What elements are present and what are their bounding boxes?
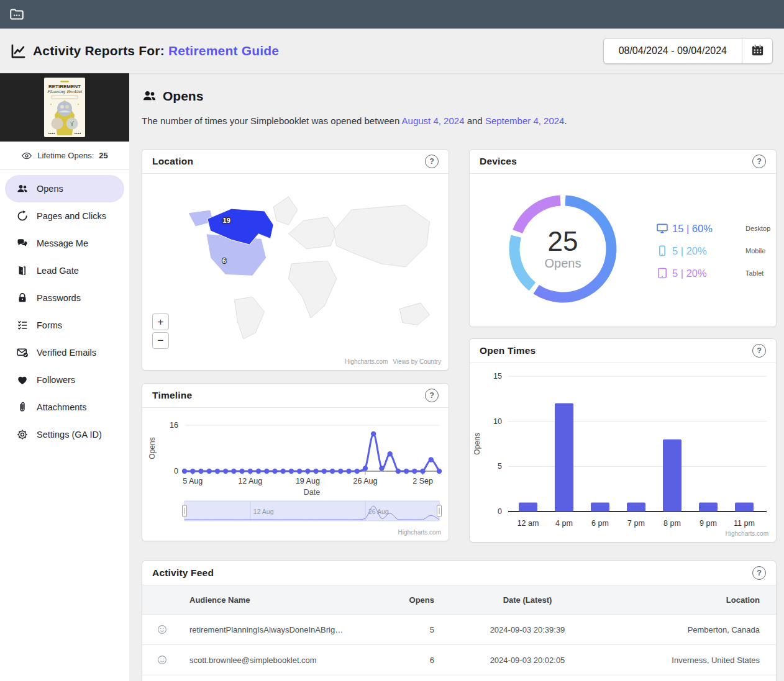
svg-text:16: 16 — [170, 421, 178, 430]
desktop-icon — [656, 222, 668, 235]
open-times-card: Open Times ? 051015Opens12 am4 pm6 pm7 p… — [469, 338, 777, 543]
svg-text:4 pm: 4 pm — [555, 519, 573, 528]
audience-name: scott.brownlee@simplebooklet.com — [182, 656, 347, 665]
table-row[interactable]: retirementPlanningIsAlwaysDoneInABrightW… — [142, 615, 776, 645]
help-icon[interactable]: ? — [752, 344, 766, 358]
lifetime-opens: Lifetime Opens: 25 — [0, 142, 129, 170]
door-icon — [16, 264, 29, 277]
col-opens: Opens — [347, 595, 440, 605]
sidebar-item-label: Lead Gate — [37, 266, 79, 276]
legend-label: Desktop — [745, 225, 770, 232]
donut-segment-tablet[interactable] — [504, 190, 622, 308]
lifetime-opens-value: 25 — [99, 151, 107, 160]
envelope-check-icon — [16, 346, 29, 359]
legend-row-tablet: 5 | 20% Tablet — [656, 262, 770, 284]
devices-donut-chart[interactable] — [504, 190, 622, 308]
card-title: Devices — [480, 156, 517, 167]
row-date: 2024-09-03 20:39:39 — [440, 625, 614, 634]
help-icon[interactable]: ? — [752, 566, 766, 580]
sidebar-item-followers[interactable]: Followers — [5, 366, 124, 394]
booklet-cover-image: RETIREMENT Planning Booklet — [44, 78, 85, 137]
world-map-chart[interactable]: 19 6 — [142, 174, 449, 354]
booklet-thumbnail[interactable]: RETIREMENT Planning Booklet — [0, 73, 129, 142]
sidebar-item-attachments[interactable]: Attachments — [5, 394, 124, 421]
mobile-icon — [656, 245, 668, 257]
help-icon[interactable]: ? — [752, 155, 766, 168]
date-range-picker[interactable]: 08/04/2024 - 09/04/2024 — [603, 38, 773, 64]
bar-8pm[interactable] — [663, 440, 681, 512]
svg-text:Date: Date — [304, 488, 320, 497]
booklets-folder-icon[interactable] — [9, 6, 25, 22]
sidebar-item-label: Message Me — [37, 238, 88, 248]
help-icon[interactable]: ? — [425, 155, 439, 168]
col-audience-name: Audience Name — [182, 595, 347, 605]
table-row[interactable]: scott.brownlee@simplebooklet.com 6 2024-… — [142, 645, 776, 675]
bar-9pm[interactable] — [699, 502, 718, 512]
sidebar-item-passwords[interactable]: Passwords — [5, 284, 124, 312]
chart-credit: Highcharts.com — [721, 530, 768, 537]
svg-text:0: 0 — [498, 507, 502, 516]
legend-row-desktop: 15 | 60% Desktop — [656, 217, 770, 240]
bar-12am[interactable] — [519, 502, 537, 512]
svg-text:10: 10 — [493, 417, 502, 426]
open-times-bar-chart[interactable]: 051015Opens12 am4 pm6 pm7 pm8 pm9 pm11 p… — [470, 363, 776, 532]
checklist-icon — [16, 319, 29, 331]
sidebar-item-forms[interactable]: Forms — [5, 312, 124, 339]
bar-11pm[interactable] — [735, 502, 754, 512]
svg-text:19 Aug: 19 Aug — [296, 477, 320, 485]
sidebar-item-verified-emails[interactable]: Verified Emails — [5, 339, 124, 366]
booklet-name: Retirement Guide — [168, 43, 279, 58]
date-range-value[interactable]: 08/04/2024 - 09/04/2024 — [604, 45, 742, 56]
calendar-button[interactable] — [742, 38, 772, 63]
people-icon — [16, 183, 29, 195]
sidebar-item-pages-and-clicks[interactable]: Pages and Clicks — [5, 202, 124, 230]
svg-text:11 pm: 11 pm — [734, 519, 755, 528]
map-zoom-out-button[interactable]: − — [152, 332, 169, 349]
bar-4pm[interactable] — [555, 404, 573, 512]
sidebar-item-lead-gate[interactable]: Lead Gate — [5, 257, 124, 284]
sidebar-item-label: Opens — [37, 184, 63, 194]
lock-icon — [16, 292, 29, 304]
card-title: Timeline — [152, 390, 192, 401]
legend-label: Tablet — [745, 269, 770, 277]
bar-6pm[interactable] — [591, 502, 609, 512]
sidebar-item-message-me[interactable]: Message Me — [5, 230, 124, 257]
devices-legend: 15 | 60% Desktop 5 | 20% Mobile — [656, 217, 770, 284]
legend-value: 5 | 20% — [672, 268, 745, 279]
legend-row-mobile: 5 | 20% Mobile — [656, 240, 770, 262]
svg-text:8 pm: 8 pm — [663, 519, 681, 528]
svg-text:26 Aug: 26 Aug — [353, 477, 377, 485]
sidebar: RETIREMENT Planning Booklet Lifetim — [0, 73, 129, 681]
sidebar-item-opens[interactable]: Opens — [5, 175, 124, 202]
help-icon[interactable]: ? — [425, 389, 439, 402]
location-card: Location ? 19 6 — [142, 149, 449, 371]
smiley-avatar-icon — [157, 624, 168, 635]
end-date: September 4, 2024 — [485, 115, 565, 126]
eye-icon — [21, 150, 32, 161]
donut-segment-mobile[interactable] — [504, 190, 622, 308]
sidebar-item-settings[interactable]: Settings (GA ID) — [5, 421, 124, 448]
svg-text:2 Sep: 2 Sep — [413, 477, 433, 485]
sidebar-item-label: Followers — [37, 375, 75, 385]
map-credit: Highcharts.comViews by Country — [340, 358, 441, 365]
legend-value: 15 | 60% — [672, 223, 745, 235]
us-views-label: 6 — [222, 257, 226, 264]
table-header: Audience Name Opens Date (Latest) Locati… — [142, 585, 776, 615]
sidebar-item-label: Pages and Clicks — [37, 211, 106, 221]
start-date: August 4, 2024 — [402, 115, 465, 126]
svg-text:Planning Booklet: Planning Booklet — [47, 89, 83, 94]
timeline-card: Timeline ? 160Opens5 Aug12 Aug19 Aug26 A… — [142, 383, 449, 541]
bar-7pm[interactable] — [627, 502, 645, 512]
heart-icon — [16, 374, 29, 386]
map-zoom-in-button[interactable]: + — [152, 313, 169, 330]
legend-value: 5 | 20% — [672, 245, 745, 257]
lifetime-opens-label: Lifetime Opens: — [37, 151, 94, 160]
svg-text:5: 5 — [498, 462, 502, 471]
row-location: Inverness, United States — [614, 656, 776, 665]
page-title: Activity Reports For:Retirement Guide — [33, 43, 279, 58]
svg-text:12 am: 12 am — [517, 519, 539, 528]
timeline-line-chart[interactable]: 160Opens5 Aug12 Aug19 Aug26 Aug2 SepDate… — [142, 408, 449, 539]
activity-feed-card: Activity Feed ? Audience Name Opens Date… — [142, 561, 777, 681]
page-header: Activity Reports For:Retirement Guide 08… — [0, 29, 784, 73]
svg-text:0: 0 — [174, 467, 178, 476]
